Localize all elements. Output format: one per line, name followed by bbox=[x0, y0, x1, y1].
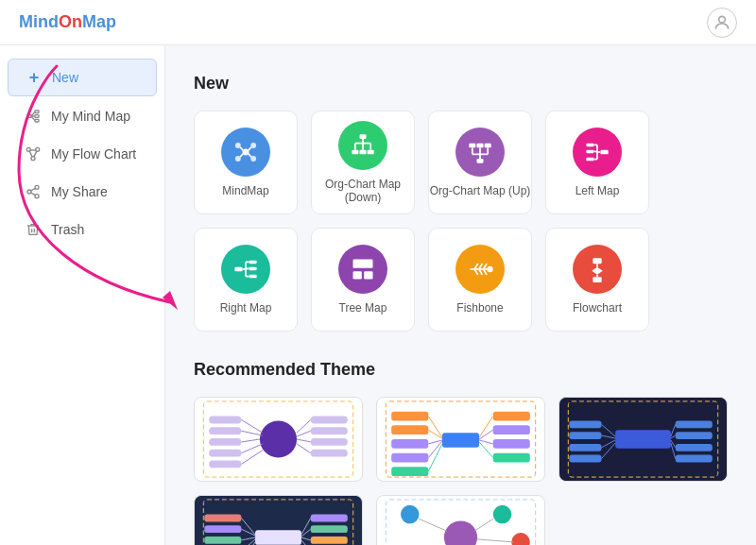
svg-rect-141 bbox=[255, 530, 301, 545]
map-card-fishbone[interactable]: Fishbone bbox=[428, 228, 532, 332]
left-map-label: Left Map bbox=[576, 184, 620, 197]
svg-rect-134 bbox=[676, 455, 713, 463]
layout: + New My Mind Map bbox=[0, 45, 756, 545]
svg-line-17 bbox=[31, 193, 36, 196]
sidebar-item-my-share[interactable]: My Share bbox=[8, 174, 157, 210]
svg-rect-47 bbox=[586, 144, 593, 147]
svg-line-118 bbox=[479, 440, 493, 444]
sidebar-item-trash-label: Trash bbox=[51, 222, 84, 237]
map-card-flowchart[interactable]: Flowchart bbox=[545, 228, 649, 332]
svg-rect-143 bbox=[204, 525, 241, 533]
svg-rect-132 bbox=[676, 432, 713, 439]
theme-card-4[interactable] bbox=[194, 495, 363, 545]
logo[interactable]: MindOnMap bbox=[19, 12, 116, 32]
theme-card-2[interactable] bbox=[376, 397, 545, 482]
sidebar: + New My Mind Map bbox=[0, 45, 165, 545]
sidebar-item-my-mind-map-label: My Mind Map bbox=[51, 109, 130, 124]
svg-point-161 bbox=[444, 520, 477, 545]
sidebar-item-new[interactable]: + New bbox=[8, 59, 157, 96]
user-avatar[interactable] bbox=[707, 8, 737, 38]
svg-rect-38 bbox=[469, 144, 475, 148]
svg-line-119 bbox=[479, 442, 493, 458]
svg-line-25 bbox=[249, 147, 251, 151]
svg-line-90 bbox=[241, 444, 262, 453]
svg-point-165 bbox=[493, 505, 512, 524]
svg-line-91 bbox=[241, 451, 262, 465]
left-map-icon bbox=[573, 128, 622, 177]
svg-rect-144 bbox=[204, 536, 241, 544]
svg-rect-1 bbox=[27, 115, 31, 118]
svg-line-24 bbox=[240, 147, 243, 151]
svg-point-16 bbox=[35, 195, 39, 198]
org-chart-up-icon bbox=[455, 128, 505, 177]
svg-rect-122 bbox=[615, 430, 671, 449]
svg-rect-153 bbox=[311, 525, 348, 533]
right-map-label: Right Map bbox=[220, 301, 272, 315]
fishbone-label: Fishbone bbox=[456, 301, 503, 315]
svg-rect-113 bbox=[493, 425, 530, 434]
svg-rect-92 bbox=[311, 417, 348, 424]
svg-rect-2 bbox=[35, 111, 39, 113]
svg-line-87 bbox=[241, 419, 262, 433]
svg-rect-86 bbox=[209, 460, 241, 468]
new-section-title: New bbox=[194, 74, 728, 94]
svg-rect-131 bbox=[676, 420, 713, 428]
svg-line-27 bbox=[249, 154, 251, 158]
svg-line-12 bbox=[29, 151, 32, 158]
sidebar-item-my-flow-chart-label: My Flow Chart bbox=[51, 146, 136, 162]
map-type-grid: MindMap Org-C bbox=[194, 111, 728, 332]
svg-line-111 bbox=[428, 444, 442, 471]
map-card-right-map[interactable]: Right Map bbox=[194, 228, 298, 332]
svg-point-166 bbox=[511, 533, 530, 545]
svg-rect-46 bbox=[601, 150, 609, 155]
theme-card-3[interactable] bbox=[558, 397, 728, 482]
svg-line-172 bbox=[477, 539, 513, 542]
map-card-org-chart-down[interactable]: Org-Chart Map (Down) bbox=[311, 111, 415, 214]
svg-rect-65 bbox=[353, 271, 362, 279]
right-map-icon bbox=[221, 245, 270, 294]
org-chart-up-label: Org-Chart Map (Up) bbox=[430, 184, 531, 197]
svg-point-81 bbox=[260, 420, 297, 457]
svg-rect-82 bbox=[209, 417, 241, 424]
logo-on: On bbox=[59, 12, 82, 32]
sidebar-item-my-share-label: My Share bbox=[51, 184, 108, 199]
svg-rect-104 bbox=[391, 439, 428, 449]
svg-rect-85 bbox=[209, 450, 241, 457]
sidebar-item-my-mind-map[interactable]: My Mind Map bbox=[8, 98, 157, 134]
svg-rect-75 bbox=[593, 258, 601, 264]
svg-point-74 bbox=[488, 267, 492, 272]
svg-line-26 bbox=[240, 154, 243, 158]
mindmap-card-icon bbox=[221, 128, 270, 177]
svg-rect-106 bbox=[391, 467, 428, 476]
theme-card-1[interactable] bbox=[194, 397, 363, 482]
svg-line-88 bbox=[241, 431, 262, 435]
map-card-tree-map[interactable]: Tree Map bbox=[311, 228, 415, 332]
theme-diagram-3 bbox=[559, 398, 727, 481]
svg-line-96 bbox=[297, 419, 311, 433]
sidebar-item-my-flow-chart[interactable]: My Flow Chart bbox=[8, 136, 157, 172]
theme-card-5[interactable] bbox=[376, 495, 545, 545]
svg-rect-56 bbox=[249, 261, 257, 264]
svg-rect-48 bbox=[586, 150, 593, 154]
svg-rect-115 bbox=[493, 453, 530, 463]
svg-rect-31 bbox=[368, 150, 374, 155]
svg-line-89 bbox=[241, 439, 260, 442]
map-card-org-chart-up[interactable]: Org-Chart Map (Up) bbox=[428, 111, 532, 214]
svg-line-18 bbox=[31, 188, 36, 191]
tree-map-label: Tree Map bbox=[339, 301, 387, 315]
svg-rect-152 bbox=[311, 515, 348, 522]
map-card-left-map[interactable]: Left Map bbox=[545, 111, 649, 214]
sidebar-item-trash[interactable]: Trash bbox=[8, 212, 157, 247]
svg-rect-49 bbox=[586, 158, 593, 162]
map-card-mindmap[interactable]: MindMap bbox=[194, 111, 298, 214]
svg-point-162 bbox=[401, 505, 420, 524]
svg-rect-28 bbox=[360, 134, 367, 139]
logo-map: Map bbox=[82, 12, 116, 32]
svg-rect-30 bbox=[360, 150, 367, 155]
svg-rect-29 bbox=[352, 150, 358, 155]
svg-rect-66 bbox=[364, 271, 372, 279]
theme-diagram-1 bbox=[195, 398, 362, 481]
flow-chart-icon bbox=[25, 145, 42, 162]
svg-rect-124 bbox=[569, 432, 601, 439]
svg-line-97 bbox=[297, 431, 311, 436]
